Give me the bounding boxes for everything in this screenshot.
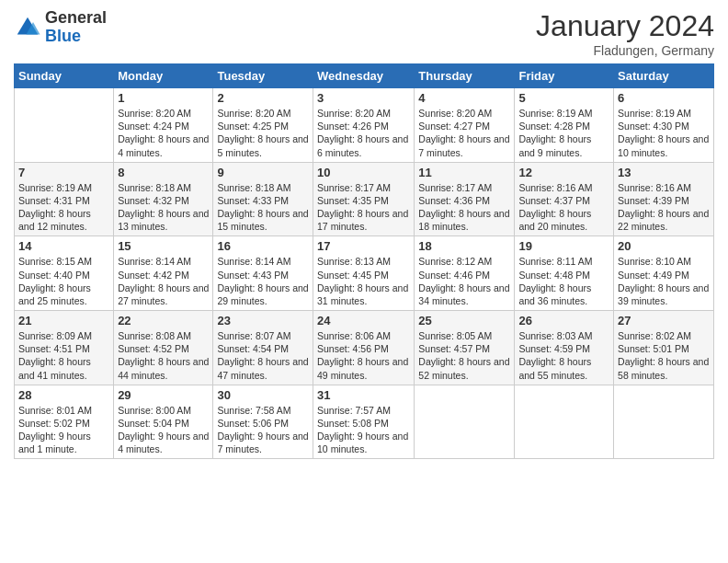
calendar-week-row: 1Sunrise: 8:20 AMSunset: 4:24 PMDaylight… (15, 88, 714, 163)
table-row: 24Sunrise: 8:06 AMSunset: 4:56 PMDayligh… (313, 311, 415, 385)
day-number: 21 (18, 314, 109, 327)
day-info: Sunrise: 8:01 AMSunset: 5:02 PMDaylight:… (18, 404, 109, 456)
table-row: 3Sunrise: 8:20 AMSunset: 4:26 PMDaylight… (313, 88, 415, 163)
table-row: 27Sunrise: 8:02 AMSunset: 5:01 PMDayligh… (614, 311, 714, 385)
day-info: Sunrise: 8:05 AMSunset: 4:57 PMDaylight:… (418, 329, 510, 382)
logo-icon (14, 14, 41, 41)
day-number: 27 (618, 314, 710, 327)
day-info: Sunrise: 8:19 AMSunset: 4:28 PMDaylight:… (518, 107, 609, 159)
table-row: 1Sunrise: 8:20 AMSunset: 4:24 PMDaylight… (114, 88, 213, 163)
day-number: 25 (418, 314, 510, 327)
day-info: Sunrise: 7:58 AMSunset: 5:06 PMDaylight:… (217, 404, 309, 456)
day-number: 15 (118, 239, 209, 253)
day-info: Sunrise: 8:09 AMSunset: 4:51 PMDaylight:… (18, 329, 109, 382)
table-row (614, 385, 714, 459)
day-number: 14 (18, 239, 109, 253)
calendar-week-row: 28Sunrise: 8:01 AMSunset: 5:02 PMDayligh… (15, 385, 714, 459)
table-row: 15Sunrise: 8:14 AMSunset: 4:42 PMDayligh… (114, 236, 213, 311)
table-row: 22Sunrise: 8:08 AMSunset: 4:52 PMDayligh… (114, 311, 213, 385)
table-row: 21Sunrise: 8:09 AMSunset: 4:51 PMDayligh… (15, 311, 114, 385)
table-row: 29Sunrise: 8:00 AMSunset: 5:04 PMDayligh… (114, 385, 213, 459)
day-info: Sunrise: 8:20 AMSunset: 4:27 PMDaylight:… (418, 107, 510, 159)
table-row: 13Sunrise: 8:16 AMSunset: 4:39 PMDayligh… (614, 162, 714, 236)
logo: General Blue (14, 9, 107, 46)
day-info: Sunrise: 8:17 AMSunset: 4:36 PMDaylight:… (418, 181, 510, 234)
table-row: 17Sunrise: 8:13 AMSunset: 4:45 PMDayligh… (313, 236, 415, 311)
day-number: 3 (317, 91, 410, 105)
logo-blue: Blue (45, 27, 81, 45)
table-row: 8Sunrise: 8:18 AMSunset: 4:32 PMDaylight… (114, 162, 213, 236)
day-info: Sunrise: 8:12 AMSunset: 4:46 PMDaylight:… (418, 255, 510, 307)
day-info: Sunrise: 8:20 AMSunset: 4:24 PMDaylight:… (118, 107, 209, 159)
day-number: 2 (217, 91, 309, 105)
page: General Blue January 2024 Fladungen, Ger… (0, 0, 728, 563)
day-info: Sunrise: 8:14 AMSunset: 4:43 PMDaylight:… (217, 255, 309, 307)
day-number: 4 (418, 91, 510, 105)
day-number: 12 (518, 166, 609, 179)
logo-general: General (45, 8, 107, 27)
day-info: Sunrise: 8:13 AMSunset: 4:45 PMDaylight:… (317, 255, 410, 307)
day-number: 18 (418, 239, 510, 253)
day-info: Sunrise: 8:06 AMSunset: 4:56 PMDaylight:… (317, 329, 410, 382)
day-number: 11 (418, 166, 510, 179)
day-info: Sunrise: 8:20 AMSunset: 4:25 PMDaylight:… (217, 107, 309, 159)
table-row: 19Sunrise: 8:11 AMSunset: 4:48 PMDayligh… (515, 236, 614, 311)
day-number: 7 (18, 166, 109, 179)
table-row: 28Sunrise: 8:01 AMSunset: 5:02 PMDayligh… (15, 385, 114, 459)
day-number: 13 (618, 166, 710, 179)
table-row: 26Sunrise: 8:03 AMSunset: 4:59 PMDayligh… (515, 311, 614, 385)
day-number: 10 (317, 166, 410, 179)
table-row: 6Sunrise: 8:19 AMSunset: 4:30 PMDaylight… (614, 88, 714, 163)
calendar-week-row: 14Sunrise: 8:15 AMSunset: 4:40 PMDayligh… (15, 236, 714, 311)
table-row: 23Sunrise: 8:07 AMSunset: 4:54 PMDayligh… (213, 311, 313, 385)
day-number: 19 (518, 239, 609, 253)
day-number: 17 (317, 239, 410, 253)
table-row: 14Sunrise: 8:15 AMSunset: 4:40 PMDayligh… (15, 236, 114, 311)
table-row (515, 385, 614, 459)
col-tuesday: Tuesday (213, 64, 313, 88)
table-row: 20Sunrise: 8:10 AMSunset: 4:49 PMDayligh… (614, 236, 714, 311)
day-number: 30 (217, 388, 309, 402)
col-thursday: Thursday (415, 64, 515, 88)
col-wednesday: Wednesday (313, 64, 415, 88)
day-number: 31 (317, 388, 410, 402)
day-number: 8 (118, 166, 209, 179)
col-sunday: Sunday (15, 64, 114, 88)
table-row: 4Sunrise: 8:20 AMSunset: 4:27 PMDaylight… (415, 88, 515, 163)
col-saturday: Saturday (614, 64, 714, 88)
day-info: Sunrise: 8:08 AMSunset: 4:52 PMDaylight:… (118, 329, 209, 382)
day-info: Sunrise: 8:10 AMSunset: 4:49 PMDaylight:… (618, 255, 710, 307)
logo-text: General Blue (45, 9, 107, 46)
day-info: Sunrise: 8:16 AMSunset: 4:37 PMDaylight:… (518, 181, 609, 234)
header: General Blue January 2024 Fladungen, Ger… (14, 9, 714, 58)
calendar: Sunday Monday Tuesday Wednesday Thursday… (14, 63, 714, 459)
title-block: January 2024 Fladungen, Germany (536, 9, 714, 58)
table-row (15, 88, 114, 163)
day-info: Sunrise: 8:15 AMSunset: 4:40 PMDaylight:… (18, 255, 109, 307)
col-friday: Friday (515, 64, 614, 88)
day-info: Sunrise: 8:19 AMSunset: 4:30 PMDaylight:… (618, 107, 710, 159)
col-monday: Monday (114, 64, 213, 88)
day-number: 5 (518, 91, 609, 105)
day-info: Sunrise: 8:00 AMSunset: 5:04 PMDaylight:… (118, 404, 209, 456)
day-info: Sunrise: 8:11 AMSunset: 4:48 PMDaylight:… (518, 255, 609, 307)
day-info: Sunrise: 8:20 AMSunset: 4:26 PMDaylight:… (317, 107, 410, 159)
month-title: January 2024 (536, 9, 714, 43)
location: Fladungen, Germany (536, 43, 714, 58)
day-info: Sunrise: 8:02 AMSunset: 5:01 PMDaylight:… (618, 329, 710, 382)
table-row: 10Sunrise: 8:17 AMSunset: 4:35 PMDayligh… (313, 162, 415, 236)
table-row: 7Sunrise: 8:19 AMSunset: 4:31 PMDaylight… (15, 162, 114, 236)
day-number: 16 (217, 239, 309, 253)
day-info: Sunrise: 8:03 AMSunset: 4:59 PMDaylight:… (518, 329, 609, 382)
table-row: 5Sunrise: 8:19 AMSunset: 4:28 PMDaylight… (515, 88, 614, 163)
table-row: 9Sunrise: 8:18 AMSunset: 4:33 PMDaylight… (213, 162, 313, 236)
day-number: 23 (217, 314, 309, 327)
day-info: Sunrise: 8:14 AMSunset: 4:42 PMDaylight:… (118, 255, 209, 307)
table-row (415, 385, 515, 459)
table-row: 16Sunrise: 8:14 AMSunset: 4:43 PMDayligh… (213, 236, 313, 311)
calendar-header-row: Sunday Monday Tuesday Wednesday Thursday… (15, 64, 714, 88)
day-number: 6 (618, 91, 710, 105)
table-row: 30Sunrise: 7:58 AMSunset: 5:06 PMDayligh… (213, 385, 313, 459)
day-number: 24 (317, 314, 410, 327)
table-row: 2Sunrise: 8:20 AMSunset: 4:25 PMDaylight… (213, 88, 313, 163)
